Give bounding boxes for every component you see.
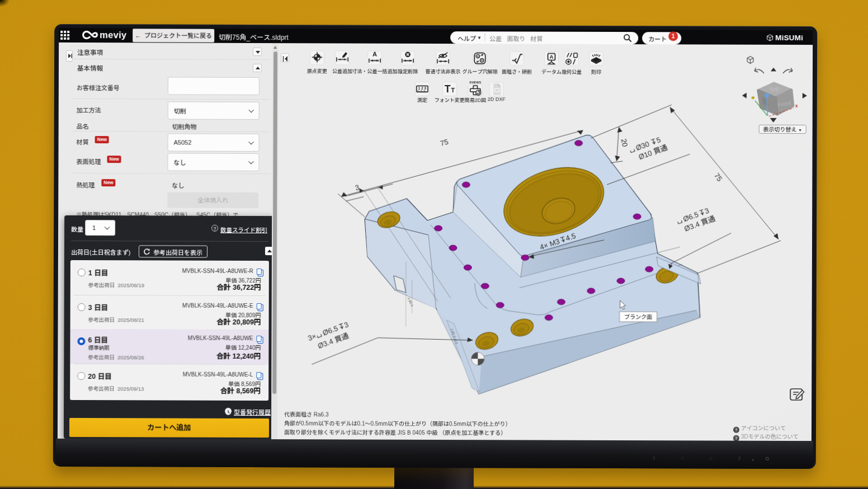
svg-text:3: 3 xyxy=(354,183,360,192)
svg-text:T: T xyxy=(451,87,455,93)
svg-text:20: 20 xyxy=(620,138,630,148)
svg-text:3: 3 xyxy=(343,320,350,330)
svg-text:3: 3 xyxy=(704,206,710,216)
svg-text:Ø3.4 貫通: Ø3.4 貫通 xyxy=(317,331,350,350)
svg-text:5: 5 xyxy=(655,135,662,145)
svg-text:T: T xyxy=(445,83,451,95)
svg-text:A: A xyxy=(372,51,377,58)
svg-text:ブランク面: ブランク面 xyxy=(624,314,652,320)
svg-text:x: x xyxy=(795,103,798,109)
svg-text:75: 75 xyxy=(713,172,724,184)
svg-text:75: 75 xyxy=(439,138,449,148)
svg-text:A: A xyxy=(550,54,554,60)
svg-text:3×: 3× xyxy=(306,332,317,342)
svg-text:1 2 3: 1 2 3 xyxy=(418,86,427,90)
